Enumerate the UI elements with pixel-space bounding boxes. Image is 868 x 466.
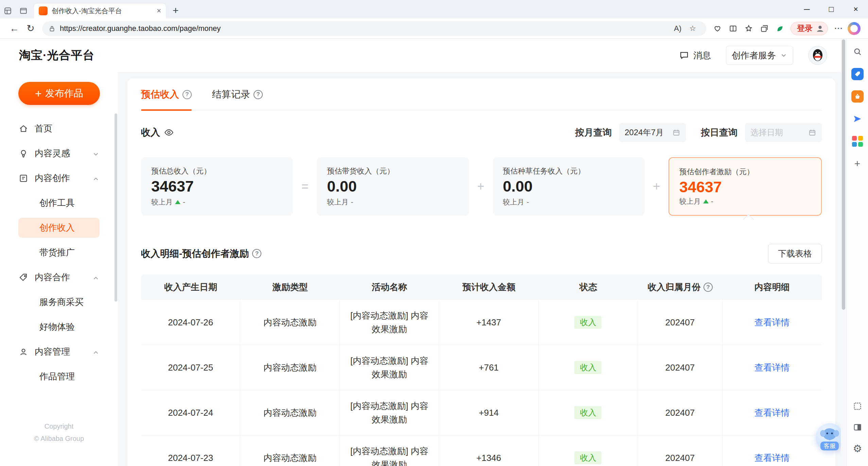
browser-essentials-icon[interactable] xyxy=(710,21,725,36)
refresh-icon[interactable]: ↻ xyxy=(22,23,39,34)
stat-cards-row: 预估总收入（元） 34637 较上月 - = 预估带货收入（元） 0.00 较上… xyxy=(141,157,822,216)
mascot-icon xyxy=(819,426,840,444)
view-details-link[interactable]: 查看详情 xyxy=(754,362,790,374)
day-query-label: 按日查询 xyxy=(701,126,737,139)
browser-tab[interactable]: 创作收入-淘宝光合平台 × xyxy=(34,3,166,18)
lock-icon xyxy=(48,25,56,32)
stat-card-total-income: 预估总收入（元） 34637 较上月 - xyxy=(141,157,293,216)
maximize-button[interactable]: □ xyxy=(819,0,844,18)
question-icon[interactable]: ? xyxy=(183,90,192,99)
calendar-icon xyxy=(808,128,816,137)
download-table-button[interactable]: 下载表格 xyxy=(768,244,822,264)
chevron-up-icon xyxy=(92,274,100,281)
more-menu-icon[interactable]: ⋯ xyxy=(831,21,846,36)
shopping-leaf-icon[interactable] xyxy=(772,21,788,36)
question-icon[interactable]: ? xyxy=(704,283,713,292)
view-details-link[interactable]: 查看详情 xyxy=(754,317,790,328)
read-aloud-icon[interactable]: A) xyxy=(670,24,685,33)
sidebar-tools-icon[interactable] xyxy=(849,88,866,105)
screenshot-icon[interactable] xyxy=(849,397,866,415)
address-bar[interactable]: https://creator.guanghe.taobao.com/page/… xyxy=(42,21,706,36)
login-button[interactable]: 登录 xyxy=(791,22,828,35)
url-text[interactable]: https://creator.guanghe.taobao.com/page/… xyxy=(60,24,670,33)
plus-icon: + xyxy=(35,88,42,99)
sidebar-item-creation[interactable]: 内容创作 xyxy=(0,166,118,191)
sidebar-scrollbar[interactable] xyxy=(115,113,117,302)
table-row: 2024-07-23 内容动态激励 [内容动态激励] 内容效果激励 +1346 … xyxy=(141,435,822,466)
sidebar-item-home[interactable]: 首页 xyxy=(0,116,118,141)
sidebar-search-icon[interactable] xyxy=(849,43,866,60)
sidebar-item-cooperation[interactable]: 内容合作 xyxy=(0,265,118,290)
plus-operator: + xyxy=(473,179,489,194)
month-query-label: 按月查询 xyxy=(575,126,612,139)
sidebar-apps-icon[interactable] xyxy=(849,132,866,150)
stat-card-task-income: 预估种草任务收入（元） 0.00 较上月 - xyxy=(493,157,645,216)
sidebar-item-service-purchase[interactable]: 服务商采买 xyxy=(0,290,118,315)
question-icon[interactable]: ? xyxy=(254,90,263,99)
login-label: 登录 xyxy=(797,23,813,34)
layout-panel-icon[interactable] xyxy=(849,418,866,436)
scrollbar-thumb[interactable] xyxy=(842,39,845,310)
publish-work-button[interactable]: + 发布作品 xyxy=(18,82,100,105)
copyright: Copyright © Alibaba Group xyxy=(0,420,118,445)
sidebar-item-promotion[interactable]: 带货推广 xyxy=(0,240,118,265)
creator-service-dropdown[interactable]: 创作者服务 xyxy=(726,46,793,65)
back-icon[interactable]: ← xyxy=(6,23,22,34)
browser-window: 创作收入-淘宝光合平台 × + ─ □ × ← ↻ https://creato… xyxy=(0,0,868,466)
browser-toolbar: ← ↻ https://creator.guanghe.taobao.com/p… xyxy=(0,18,868,39)
page-scrollbar[interactable] xyxy=(841,39,846,466)
tab-title: 创作收入-淘宝光合平台 xyxy=(52,6,153,16)
tab-strip: 创作收入-淘宝光合平台 × + ─ □ × xyxy=(0,0,868,18)
tab-close-icon[interactable]: × xyxy=(157,6,161,15)
plus-operator: + xyxy=(649,179,664,194)
sidebar-item-product-trial[interactable]: 好物体验 xyxy=(0,315,118,339)
calendar-icon xyxy=(672,128,680,137)
table-header-row: 收入产生日期 激励类型 活动名称 预计收入金额 状态 收入归属月份 ? 内容明细 xyxy=(141,274,822,300)
sidebar-menu: 首页 内容灵感 内容创作 创作工具 创作收入 xyxy=(0,116,118,389)
messages-button[interactable]: 消息 xyxy=(679,50,711,61)
collections-icon[interactable] xyxy=(757,21,772,36)
user-avatar[interactable] xyxy=(808,46,827,65)
month-picker-input[interactable]: 2024年7月 xyxy=(619,123,686,142)
split-screen-icon[interactable] xyxy=(725,21,741,36)
sidebar-add-icon[interactable]: + xyxy=(849,155,866,173)
new-tab-button[interactable]: + xyxy=(173,5,179,16)
sidebar-shopping-icon[interactable] xyxy=(849,65,866,83)
content-tabs: 预估收入 ? 结算记录 ? xyxy=(141,78,822,111)
customer-service-label: 客服 xyxy=(820,442,839,450)
question-icon[interactable]: ? xyxy=(252,249,261,258)
view-details-link[interactable]: 查看详情 xyxy=(754,407,790,419)
messages-label: 消息 xyxy=(693,50,711,61)
sidebar-item-work-management[interactable]: 作品管理 xyxy=(0,364,118,389)
up-triangle-icon xyxy=(703,199,709,203)
sidebar-item-inspiration[interactable]: 内容灵感 xyxy=(0,141,118,166)
view-details-link[interactable]: 查看详情 xyxy=(754,452,790,464)
sidebar-item-creation-income[interactable]: 创作收入 xyxy=(0,215,118,240)
copilot-icon[interactable] xyxy=(848,22,861,35)
workspaces-icon[interactable] xyxy=(0,3,16,18)
favorite-icon[interactable]: ☆ xyxy=(685,24,700,33)
day-picker-input[interactable]: 选择日期 xyxy=(745,123,822,142)
creation-icon xyxy=(18,173,29,183)
creator-service-label: 创作者服务 xyxy=(732,50,776,61)
tab-estimated-income[interactable]: 预估收入 ? xyxy=(141,78,192,110)
chevron-down-icon xyxy=(92,150,100,157)
customer-service-button[interactable]: 客服 xyxy=(816,423,844,451)
sidebar-send-icon[interactable] xyxy=(849,110,866,128)
home-icon xyxy=(18,124,29,134)
settings-gear-icon[interactable]: ⚙ xyxy=(849,440,866,457)
close-button[interactable]: × xyxy=(844,0,868,18)
sidebar: + 发布作品 首页 内容灵感 内容创作 xyxy=(0,72,118,466)
tab-settlement-record[interactable]: 结算记录 ? xyxy=(212,78,263,110)
tab-search-icon[interactable] xyxy=(16,3,31,18)
sidebar-item-creation-tools[interactable]: 创作工具 xyxy=(0,191,118,215)
status-badge: 收入 xyxy=(574,406,602,419)
eye-icon[interactable] xyxy=(164,128,174,137)
chevron-up-icon xyxy=(92,348,100,356)
profile-icon xyxy=(815,24,825,33)
stat-card-creator-incentive[interactable]: 预估创作者激励（元） 34637 较上月 - xyxy=(669,157,822,216)
sidebar-item-management[interactable]: 内容管理 xyxy=(0,339,118,364)
favorites-bar-icon[interactable] xyxy=(741,21,757,36)
detail-section-title: 收入明细-预估创作者激励 ? xyxy=(141,247,261,260)
minimize-button[interactable]: ─ xyxy=(795,0,819,18)
